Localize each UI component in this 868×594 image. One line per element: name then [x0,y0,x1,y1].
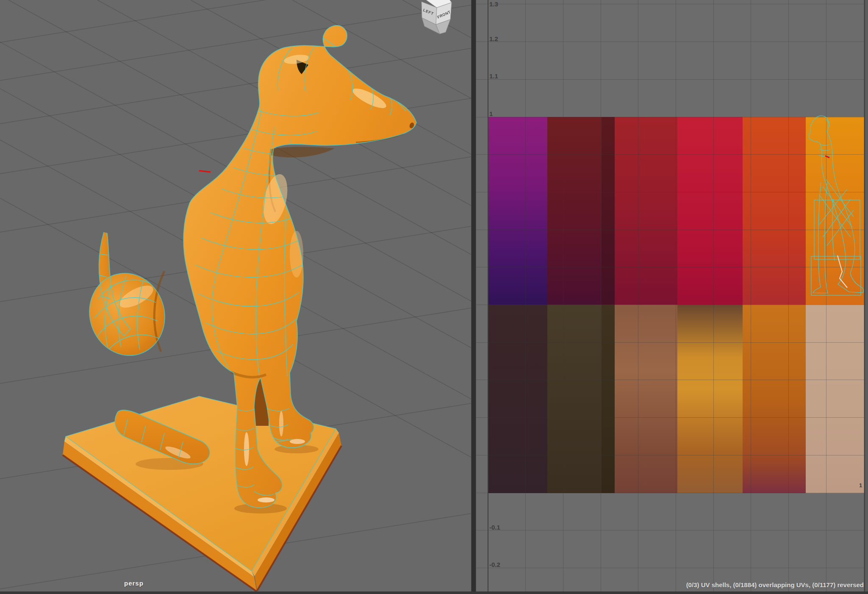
uv-texture-swatch[interactable] [743,117,806,305]
uv-texture-swatch[interactable] [743,305,806,493]
uv-texture-swatch[interactable] [602,305,615,493]
window-bottom-strip [0,591,868,594]
uv-right-margin [865,0,868,591]
uv-gridline-horizontal [475,4,868,4]
uv-u-axis-red [488,492,683,493]
uv-texture-swatch[interactable] [677,117,743,305]
uv-texture-swatch[interactable] [806,117,864,305]
uv-texture-swatch[interactable] [806,305,864,493]
uv-texture-swatch[interactable] [488,117,548,305]
uv-gridline-horizontal [475,79,868,80]
uv-axis-label: 1 [489,110,493,117]
uv-texture[interactable] [488,117,864,493]
uv-texture-swatch[interactable] [488,305,548,493]
uv-texture-swatch[interactable] [602,117,615,305]
uv-axis-label: -0.1 [489,524,500,531]
uv-texture-swatch[interactable] [677,305,743,493]
uv-gridline-horizontal [475,530,868,530]
viewport-scene: LEFT FRONT [0,0,471,591]
uv-texture-swatch[interactable] [547,117,602,305]
uv-v-axis-green [488,305,488,493]
camera-name-label: persp [124,580,144,587]
uv-axis-label: 1.3 [489,0,498,8]
maya-window: LEFT FRONT persp [0,0,868,594]
uv-gridline-horizontal [475,42,868,42]
uv-panel[interactable]: 1.31.21.11-0.1-0.2 1 (0/3) UV shells, (0… [475,0,868,591]
uv-texture-swatch[interactable] [615,117,677,305]
uv-gridline-horizontal [475,568,868,568]
uv-axis-label: 1.1 [489,72,498,80]
uv-u-axis-indigo [683,492,864,493]
perspective-viewport[interactable]: LEFT FRONT persp [0,0,471,591]
uv-axis-label: -0.2 [489,561,500,568]
panel-divider[interactable] [471,0,476,591]
uv-texture-swatch[interactable] [547,305,602,493]
uv-corner-label: 1 [859,482,862,489]
uv-texture-swatch[interactable] [615,305,677,493]
uv-tile-border-left [488,117,488,305]
uv-axis-label: 1.2 [489,35,498,42]
uv-status-text: (0/3) UV shells, (0/1884) overlapping UV… [686,581,864,588]
